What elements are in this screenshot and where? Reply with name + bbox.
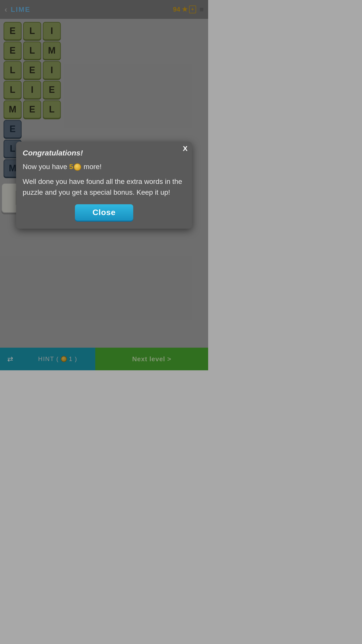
modal-close-button[interactable]: Close (75, 204, 133, 221)
modal-overlay: X Congratulations! Now you have 5 more! … (0, 0, 208, 370)
modal-title: Congratulations! (23, 149, 186, 157)
bonus-number: 5 (69, 163, 73, 171)
coin-icon (74, 163, 81, 171)
line1-suffix: more! (82, 163, 102, 171)
line1-prefix: Now you have (23, 163, 69, 171)
congratulations-modal: X Congratulations! Now you have 5 more! … (16, 142, 192, 229)
modal-close-x-button[interactable]: X (183, 145, 188, 153)
modal-line2: Well done you have found all the extra w… (23, 176, 186, 198)
modal-line1: Now you have 5 more! (23, 162, 186, 172)
